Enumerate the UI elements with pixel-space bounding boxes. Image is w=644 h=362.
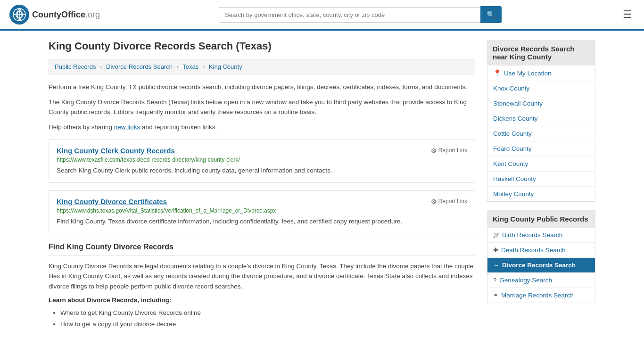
location-pin-icon: 📍: [493, 69, 501, 77]
report-label-1: Report Link: [438, 147, 467, 154]
resource-card-1: ⊗ Report Link King County Clerk County R…: [49, 140, 475, 182]
sidebar-stonewall-county[interactable]: Stonewall County: [487, 96, 595, 111]
page-title: King County Divorce Records Search (Texa…: [49, 40, 475, 52]
report-link-btn-1[interactable]: ⊗ Report Link: [431, 147, 467, 154]
sidebar-foard-county[interactable]: Foard County: [487, 141, 595, 156]
breadcrumb-divorce-records[interactable]: Divorce Records Search: [106, 63, 173, 70]
intro-1: Perform a free King County, TX public di…: [49, 82, 475, 92]
breadcrumb-king-county[interactable]: King County: [209, 63, 242, 70]
birth-records-link[interactable]: Birth Records Search: [502, 231, 562, 239]
divorce-icon: ↔: [493, 262, 499, 269]
breadcrumb-sep-1: ›: [100, 63, 102, 70]
divorce-records-item[interactable]: ↔ Divorce Records Search: [487, 258, 595, 273]
breadcrumb-texas[interactable]: Texas: [182, 63, 198, 70]
use-location-item[interactable]: 📍 Use My Location: [487, 66, 595, 81]
resource-url-1: https://www.texasfile.com/texas-deed-rec…: [57, 156, 467, 163]
death-records-item[interactable]: ✚ Death Records Search: [487, 243, 595, 258]
nearby-links: 📍 Use My Location Knox County Stonewall …: [487, 66, 595, 202]
find-records-heading: Find King County Divorce Records: [49, 243, 475, 255]
haskell-county-link[interactable]: Haskell County: [493, 175, 536, 182]
resource-desc-1: Search King County Clerk public records,…: [57, 166, 467, 175]
records-links: 🕊 Birth Records Search ✚ Death Records S…: [487, 228, 595, 303]
breadcrumb-public-records[interactable]: Public Records: [55, 63, 96, 70]
records-section-title: King County Public Records: [487, 210, 595, 228]
learn-heading: Learn about Divorce Records, including:: [49, 296, 475, 304]
resource-card-2: ⊗ Report Link King County Divorce Certif…: [49, 190, 475, 233]
use-my-location-link[interactable]: Use My Location: [504, 70, 552, 77]
breadcrumb-sep-2: ›: [177, 63, 179, 70]
bullet-item-1: Where to get King County Divorce Records…: [60, 307, 475, 319]
resource-desc-2: Find King County, Texas divorce certific…: [57, 217, 467, 226]
resource-title-2[interactable]: King County Divorce Certificates: [57, 197, 467, 206]
intro-3-suffix: and reporting broken links.: [140, 123, 217, 131]
genealogy-item[interactable]: ? Genealogy Search: [487, 273, 595, 288]
body-text: King County Divorce Records are legal do…: [49, 261, 475, 292]
content-area: King County Divorce Records Search (Texa…: [49, 40, 475, 330]
foard-county-link[interactable]: Foard County: [493, 145, 532, 152]
kent-county-link[interactable]: Kent County: [493, 160, 528, 167]
cottle-county-link[interactable]: Cottle County: [493, 130, 532, 137]
death-records-link[interactable]: Death Records Search: [501, 247, 566, 254]
sidebar-motley-county[interactable]: Motley County: [487, 187, 595, 201]
marriage-icon: ⚭: [493, 292, 498, 299]
breadcrumb: Public Records › Divorce Records Search …: [49, 59, 475, 74]
sidebar-dickens-county[interactable]: Dickens County: [487, 111, 595, 126]
nearby-section-title: Divorce Records Search near King County: [487, 40, 595, 66]
sidebar-haskell-county[interactable]: Haskell County: [487, 172, 595, 187]
search-icon: 🔍: [487, 10, 495, 18]
new-links-link[interactable]: new links: [114, 123, 140, 131]
logo-icon: [9, 5, 29, 25]
logo-area: CountyOffice.org: [9, 5, 100, 25]
marriage-records-link[interactable]: Marriage Records Search: [501, 292, 574, 299]
header: CountyOffice.org 🔍 ☰: [0, 0, 644, 31]
intro-2: The King County Divorce Records Search (…: [49, 97, 475, 117]
death-icon: ✚: [493, 247, 498, 254]
report-icon-2: ⊗: [431, 197, 437, 205]
report-label-2: Report Link: [438, 198, 467, 205]
breadcrumb-sep-3: ›: [203, 63, 205, 70]
logo-text: CountyOffice.org: [32, 10, 100, 20]
knox-county-link[interactable]: Knox County: [493, 85, 529, 92]
intro-3-prefix: Help others by sharing: [49, 123, 114, 131]
sidebar-kent-county[interactable]: Kent County: [487, 156, 595, 172]
search-bar: 🔍: [219, 6, 502, 23]
motley-county-link[interactable]: Motley County: [493, 190, 534, 197]
sidebar-cottle-county[interactable]: Cottle County: [487, 126, 595, 141]
report-icon-1: ⊗: [431, 147, 437, 154]
genealogy-link[interactable]: Genealogy Search: [499, 277, 552, 284]
marriage-records-item[interactable]: ⚭ Marriage Records Search: [487, 288, 595, 303]
bullet-item-2: How to get a copy of your divorce decree: [60, 319, 475, 330]
bullet-list: Where to get King County Divorce Records…: [60, 307, 475, 330]
stonewall-county-link[interactable]: Stonewall County: [493, 100, 543, 107]
resource-title-1[interactable]: King County Clerk County Records: [57, 147, 467, 155]
genealogy-icon: ?: [493, 277, 496, 284]
main-container: King County Divorce Records Search (Texa…: [39, 31, 605, 339]
menu-icon[interactable]: ☰: [620, 6, 635, 23]
search-button[interactable]: 🔍: [480, 6, 502, 23]
divorce-records-link[interactable]: Divorce Records Search: [502, 262, 576, 269]
sidebar: Divorce Records Search near King County …: [487, 40, 595, 330]
birth-records-item[interactable]: 🕊 Birth Records Search: [487, 228, 595, 243]
search-input[interactable]: [219, 7, 480, 23]
dickens-county-link[interactable]: Dickens County: [493, 115, 538, 122]
intro-3: Help others by sharing new links and rep…: [49, 122, 475, 132]
sidebar-knox-county[interactable]: Knox County: [487, 81, 595, 96]
report-link-btn-2[interactable]: ⊗ Report Link: [431, 197, 467, 205]
birth-icon: 🕊: [493, 231, 499, 239]
resource-url-2: https://www.dshs.texas.gov/Vital_Statist…: [57, 207, 467, 214]
